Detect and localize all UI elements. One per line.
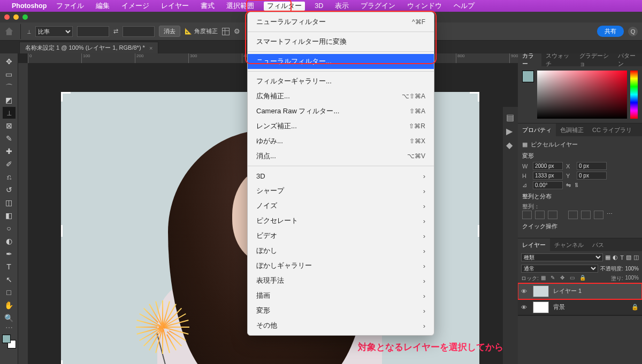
panel-icon-2[interactable]: ▶ <box>506 126 515 135</box>
minimize-window-icon[interactable] <box>13 14 19 20</box>
x-input[interactable] <box>577 162 607 170</box>
menu-item[interactable]: ゆがみ...⇧⌘X <box>248 134 434 149</box>
menu-item[interactable]: その他› <box>248 318 434 333</box>
path-select-tool-icon[interactable]: ↖ <box>3 274 16 285</box>
menu-help[interactable]: ヘルプ <box>452 1 477 12</box>
flip-v-icon[interactable]: ⥮ <box>574 182 579 189</box>
color-field[interactable] <box>537 71 627 119</box>
share-button[interactable]: 共有 <box>597 26 624 37</box>
swap-icon[interactable]: ⇄ <box>113 28 118 35</box>
blur-tool-icon[interactable]: ○ <box>3 222 16 234</box>
straighten-tool[interactable]: 📐 角度補正 <box>185 27 218 35</box>
menu-item[interactable]: Camera Raw フィルター...⇧⌘A <box>248 104 434 119</box>
menu-item[interactable]: スマートフィルター用に変換 <box>248 34 434 49</box>
crop-handle-bl[interactable] <box>61 359 72 364</box>
transform-header[interactable]: 変形 <box>522 152 638 160</box>
hue-slider[interactable] <box>630 71 638 119</box>
crop-height-input[interactable] <box>123 26 155 37</box>
type-tool-icon[interactable]: T <box>3 261 16 273</box>
layer-filter-select[interactable]: 種類 <box>521 253 603 261</box>
lock-all-icon[interactable]: 🔒 <box>579 275 587 282</box>
filter-type-icon[interactable]: T <box>620 254 624 261</box>
panel-icon-1[interactable]: ▤ <box>506 112 515 121</box>
align-header[interactable]: 整列と分布 <box>522 192 638 200</box>
align-bottom-icon[interactable] <box>594 211 603 219</box>
dodge-tool-icon[interactable]: ◐ <box>3 235 16 247</box>
menu-view[interactable]: 表示 <box>333 1 351 12</box>
menu-3d[interactable]: 3D <box>312 1 325 11</box>
menu-item[interactable]: 消点...⌥⌘V <box>248 149 434 164</box>
menu-item[interactable]: 広角補正...⌥⇧⌘A <box>248 89 434 104</box>
menu-item[interactable]: ノイズ› <box>248 198 434 213</box>
gear-icon[interactable]: ⚙ <box>234 27 240 35</box>
crop-tool-icon[interactable]: ⟂ <box>3 107 16 119</box>
panel-icon-3[interactable]: ◆ <box>506 140 515 149</box>
menu-item[interactable]: フィルターギャラリー... <box>248 74 434 89</box>
close-window-icon[interactable] <box>4 14 10 20</box>
align-vcenter-icon[interactable] <box>581 211 591 219</box>
crop-handle-ml[interactable] <box>61 226 72 236</box>
menu-item[interactable]: ニューラルフィルター... <box>248 54 434 69</box>
blend-mode-select[interactable]: 通常 <box>521 265 598 273</box>
object-select-tool-icon[interactable]: ◩ <box>3 94 16 106</box>
move-tool-icon[interactable]: ✥ <box>3 56 16 67</box>
lock-artboard-icon[interactable]: ▭ <box>570 275 577 282</box>
tab-swatches[interactable]: スウォッチ <box>541 53 575 66</box>
filter-pixel-icon[interactable]: ▦ <box>605 254 610 261</box>
eraser-tool-icon[interactable]: ◫ <box>3 197 16 208</box>
menu-filter[interactable]: フィルター <box>264 2 305 11</box>
filter-adjust-icon[interactable]: ◐ <box>613 254 618 261</box>
menu-item[interactable]: ニューラルフィルター^⌘F <box>248 14 434 29</box>
lasso-tool-icon[interactable]: ⌒ <box>3 81 16 93</box>
menu-item[interactable]: 3D› <box>248 168 434 183</box>
menu-type[interactable]: 書式 <box>198 1 217 12</box>
edit-toolbar-icon[interactable]: ⋯ <box>5 325 13 330</box>
crop-handle-mr[interactable] <box>469 226 479 236</box>
visibility-icon[interactable]: 👁 <box>521 304 529 311</box>
menu-item[interactable]: 描画› <box>248 288 434 303</box>
flip-h-icon[interactable]: ⇋ <box>566 182 571 189</box>
foreground-swatch[interactable] <box>522 71 534 82</box>
menu-item[interactable]: ぼかしギャラリー› <box>248 258 434 273</box>
fill-value[interactable]: 100% <box>625 275 639 282</box>
zoom-tool-icon[interactable]: 🔍 <box>3 312 16 324</box>
layer-item-bg[interactable]: 👁 背景 🔒 <box>518 299 642 315</box>
crop-handle-tl[interactable] <box>61 92 72 103</box>
hand-tool-icon[interactable]: ✋ <box>3 299 16 311</box>
menu-item[interactable]: シャープ› <box>248 183 434 198</box>
crop-tool-icon[interactable]: ⟂ <box>27 28 31 35</box>
marquee-tool-icon[interactable]: ▭ <box>3 68 16 80</box>
color-swatches[interactable] <box>2 335 16 348</box>
eyedropper-tool-icon[interactable]: ✎ <box>3 133 16 144</box>
pen-tool-icon[interactable]: ✒ <box>3 248 16 260</box>
document-tab[interactable]: 名称未設定 1 @ 100% (レイヤー 1, RGB/8*) * × <box>19 42 158 53</box>
width-input[interactable] <box>533 162 563 170</box>
align-more-icon[interactable]: ⋯ <box>607 211 613 219</box>
filter-smart-icon[interactable]: ◫ <box>633 254 639 261</box>
crop-handle-tr[interactable] <box>469 92 479 103</box>
menu-item[interactable]: 変形› <box>248 303 434 318</box>
frame-tool-icon[interactable]: ⊠ <box>3 120 16 131</box>
lock-position-icon[interactable]: ✥ <box>560 275 568 282</box>
filter-shape-icon[interactable]: ▧ <box>626 254 631 261</box>
clear-button[interactable]: 消去 <box>159 26 180 37</box>
close-tab-icon[interactable]: × <box>149 45 152 51</box>
menu-item[interactable]: ビデオ› <box>248 228 434 243</box>
align-hcenter-icon[interactable] <box>535 211 545 219</box>
heal-tool-icon[interactable]: ✚ <box>3 145 16 157</box>
angle-input[interactable] <box>533 181 563 189</box>
layer-item-1[interactable]: 👁 レイヤー 1 <box>518 283 642 299</box>
home-icon[interactable] <box>4 27 14 36</box>
history-brush-tool-icon[interactable]: ↺ <box>3 184 16 196</box>
ratio-select[interactable]: 比率 <box>35 26 73 37</box>
menu-plugin[interactable]: プラグイン <box>358 1 398 12</box>
tab-adjustments[interactable]: 色調補正 <box>556 123 588 136</box>
gradient-tool-icon[interactable]: ◧ <box>3 210 16 221</box>
menu-item[interactable]: 表現手法› <box>248 273 434 288</box>
tab-patterns[interactable]: パターン <box>614 53 642 66</box>
tab-layers[interactable]: レイヤー <box>518 238 550 251</box>
menu-select[interactable]: 選択範囲 <box>224 1 256 12</box>
align-right-icon[interactable] <box>548 211 557 219</box>
align-top-icon[interactable] <box>568 211 578 219</box>
shape-tool-icon[interactable]: □ <box>3 286 16 298</box>
